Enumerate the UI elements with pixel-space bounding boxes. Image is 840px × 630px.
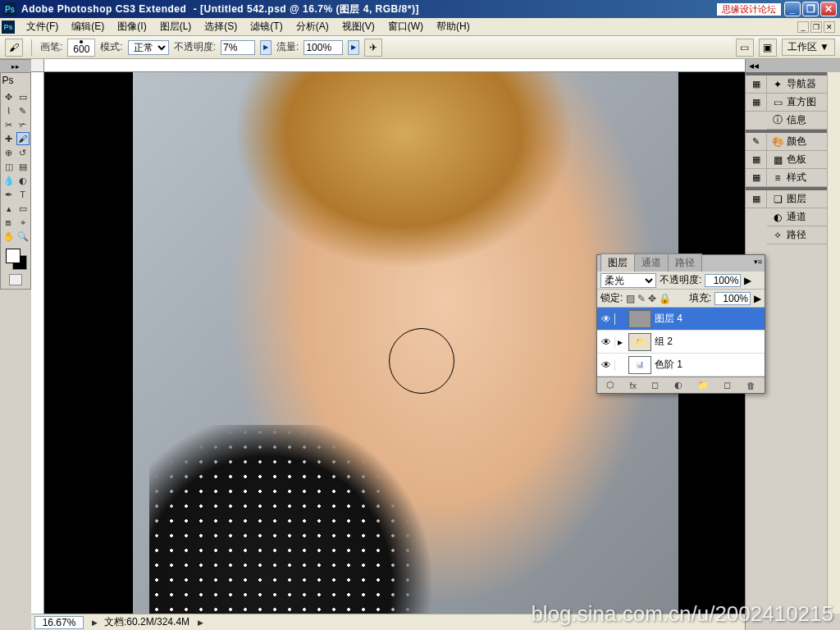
stamp-tool[interactable]: ⊕ — [2, 146, 16, 159]
tool-preset-button[interactable]: 🖌 — [5, 39, 23, 57]
menu-help[interactable]: 帮助(H) — [430, 18, 477, 35]
toolbox-collapse-tab[interactable]: ▸▸ — [0, 59, 31, 72]
dodge-tool[interactable]: ◐ — [16, 174, 30, 187]
flow-input[interactable] — [304, 40, 343, 55]
dock-icon-c2[interactable]: ▦ — [746, 151, 766, 169]
menu-filter[interactable]: 滤镜(T) — [244, 18, 289, 35]
mdi-minimize-button[interactable]: _ — [797, 21, 809, 33]
lock-move-icon[interactable]: ✥ — [648, 293, 656, 304]
zoom-arrow-icon[interactable]: ▶ — [92, 619, 98, 627]
marquee-tool[interactable]: ▭ — [16, 90, 30, 103]
layer-blend-select[interactable]: 柔光 — [600, 273, 656, 288]
path-select-tool[interactable]: ▴ — [2, 202, 16, 215]
blend-mode-select[interactable]: 正常 — [128, 40, 169, 55]
new-group-button[interactable]: 📁 — [697, 380, 709, 390]
screen-mode-button[interactable]: ▣ — [759, 39, 777, 57]
menu-layer[interactable]: 图层(L) — [153, 18, 199, 35]
zoom-tool[interactable]: 🔍 — [16, 230, 30, 243]
layer-row[interactable]: 👁 图层 4 — [597, 308, 765, 331]
tab-layers[interactable]: 图层 — [600, 253, 635, 272]
foreground-swatch[interactable] — [6, 249, 21, 263]
opacity-flyout-button[interactable]: ▶ — [260, 40, 272, 55]
eyedropper-tool[interactable]: ⌖ — [16, 216, 30, 229]
menu-select[interactable]: 选择(S) — [198, 18, 244, 35]
link-layers-button[interactable]: ⬡ — [606, 380, 614, 390]
opacity-input[interactable] — [221, 40, 255, 55]
close-button[interactable]: ✕ — [820, 2, 837, 16]
menu-window[interactable]: 窗口(W) — [381, 18, 430, 35]
quick-select-tool[interactable]: ✎ — [16, 104, 30, 117]
layer-row[interactable]: 👁 ▸ 📁 组 2 — [597, 331, 765, 354]
panel-menu-button[interactable]: ▾≡ — [754, 258, 762, 266]
visibility-toggle[interactable]: 👁 — [597, 359, 615, 371]
layer-thumb[interactable] — [628, 310, 651, 328]
dock-icon-nav[interactable]: ▦ — [746, 75, 766, 94]
layer-name[interactable]: 图层 4 — [655, 312, 682, 326]
lock-paint-icon[interactable]: ✎ — [637, 293, 646, 304]
dock-icon-l1[interactable]: ▦ — [746, 190, 766, 208]
menu-file[interactable]: 文件(F) — [20, 18, 65, 35]
ruler-horizontal[interactable] — [44, 59, 745, 72]
docinfo-arrow-icon[interactable]: ▶ — [198, 619, 203, 627]
brush-preset-picker[interactable]: 600 — [67, 39, 95, 57]
layer-row[interactable]: 👁 📊 色阶 1 — [597, 354, 765, 377]
menu-image[interactable]: 图像(I) — [111, 18, 153, 35]
ruler-vertical[interactable] — [31, 72, 44, 614]
delete-layer-button[interactable]: 🗑 — [746, 381, 756, 390]
type-tool[interactable]: T — [16, 188, 30, 201]
move-tool[interactable]: ✥ — [2, 90, 16, 103]
adjustment-thumb[interactable]: 📊 — [628, 356, 651, 374]
history-brush-tool[interactable]: ↺ — [16, 146, 30, 159]
menu-edit[interactable]: 编辑(E) — [65, 18, 111, 35]
crop-tool[interactable]: ✂ — [2, 118, 16, 131]
lock-all-icon[interactable]: 🔒 — [659, 293, 671, 304]
tab-channels[interactable]: 通道 — [634, 253, 669, 272]
gradient-tool[interactable]: ▤ — [16, 160, 30, 173]
flow-flyout-button[interactable]: ▶ — [348, 40, 359, 55]
dock-icon-c1[interactable]: ✎ — [746, 133, 766, 151]
visibility-toggle[interactable]: 👁 — [597, 313, 615, 325]
brush-tool[interactable]: 🖌 — [16, 132, 30, 145]
shape-tool[interactable]: ▭ — [16, 202, 30, 215]
maximize-button[interactable]: ❐ — [802, 2, 819, 16]
lock-transparency-icon[interactable]: ▨ — [626, 293, 635, 304]
healing-tool[interactable]: ✚ — [2, 132, 16, 145]
slice-tool[interactable]: ✃ — [16, 118, 30, 131]
workspace-switcher[interactable]: 工作区 ▼ — [782, 39, 835, 56]
minimize-button[interactable]: _ — [784, 2, 801, 16]
airbrush-button[interactable]: ✈ — [364, 39, 382, 57]
pen-tool[interactable]: ✒ — [2, 188, 16, 201]
adjustment-button[interactable]: ◐ — [674, 380, 682, 390]
right-scrollbar[interactable] — [827, 72, 840, 614]
layer-opacity-flyout[interactable]: ▶ — [744, 275, 751, 286]
dock-icon-c3[interactable]: ▦ — [746, 169, 766, 187]
ruler-origin[interactable] — [31, 59, 44, 72]
dock-icon-nav2[interactable]: ▦ — [746, 94, 766, 112]
mask-button[interactable]: ◻ — [651, 380, 659, 390]
layer-name[interactable]: 组 2 — [655, 335, 673, 349]
lasso-tool[interactable]: ⌇ — [2, 104, 16, 117]
menu-analysis[interactable]: 分析(A) — [290, 18, 336, 35]
blur-tool[interactable]: 💧 — [2, 174, 16, 187]
layer-fill-input[interactable] — [714, 292, 751, 305]
hand-tool[interactable]: ✋ — [2, 230, 16, 243]
doc-arrange-button[interactable]: ▭ — [736, 39, 754, 57]
fx-button[interactable]: fx — [630, 381, 637, 390]
compass-icon: ✦ — [772, 79, 783, 90]
quick-mask-toggle[interactable] — [2, 272, 30, 287]
menu-view[interactable]: 视图(V) — [336, 18, 381, 35]
eraser-tool[interactable]: ◫ — [2, 160, 16, 173]
layer-name[interactable]: 色阶 1 — [655, 358, 682, 372]
visibility-toggle[interactable]: 👁 — [597, 336, 615, 348]
mdi-restore-button[interactable]: ❐ — [810, 21, 822, 33]
layer-fill-flyout[interactable]: ▶ — [754, 293, 761, 304]
notes-tool[interactable]: 🗈 — [2, 216, 16, 229]
color-swatches[interactable] — [2, 247, 30, 272]
dock-header[interactable]: ◂◂ — [746, 59, 840, 72]
new-layer-button[interactable]: ◻ — [724, 380, 731, 390]
tab-paths[interactable]: 路径 — [668, 253, 702, 272]
group-expand-icon[interactable]: ▸ — [615, 336, 625, 348]
zoom-input[interactable] — [34, 616, 84, 629]
mdi-close-button[interactable]: ✕ — [824, 21, 835, 33]
layer-opacity-input[interactable] — [705, 274, 741, 287]
